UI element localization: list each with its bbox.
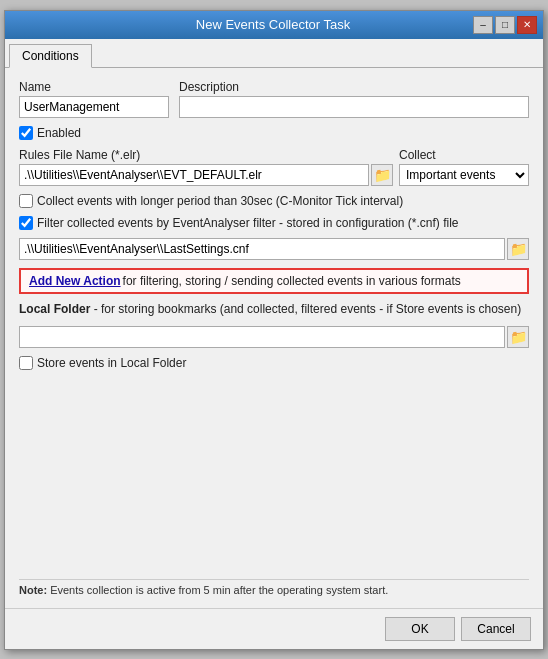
description-label: Description bbox=[179, 80, 529, 94]
window-controls: – □ ✕ bbox=[473, 16, 537, 34]
collect-label: Collect bbox=[399, 148, 529, 162]
enabled-label: Enabled bbox=[37, 126, 81, 140]
store-events-row: Store events in Local Folder bbox=[19, 356, 529, 370]
longer-period-checkbox[interactable] bbox=[19, 194, 33, 208]
longer-period-row: Collect events with longer period than 3… bbox=[19, 194, 529, 208]
filter-checkbox[interactable] bbox=[19, 216, 33, 230]
tab-conditions[interactable]: Conditions bbox=[9, 44, 92, 68]
local-folder-input[interactable] bbox=[19, 326, 505, 348]
tab-bar: Conditions bbox=[5, 39, 543, 68]
local-folder-browse-button[interactable]: 📁 bbox=[507, 326, 529, 348]
store-events-label: Store events in Local Folder bbox=[37, 356, 186, 370]
folder-icon: 📁 bbox=[374, 167, 391, 183]
store-events-checkbox[interactable] bbox=[19, 356, 33, 370]
bottom-note: Note: Events collection is active from 5… bbox=[19, 579, 529, 596]
rules-file-group: Rules File Name (*.elr) 📁 bbox=[19, 148, 393, 186]
collect-group: Collect Important events All events Crit… bbox=[399, 148, 529, 186]
collect-select[interactable]: Important events All events Critical eve… bbox=[399, 164, 529, 186]
local-folder-label-row: Local Folder - for storing bookmarks (an… bbox=[19, 302, 529, 316]
spacer bbox=[19, 378, 529, 571]
cancel-button[interactable]: Cancel bbox=[461, 617, 531, 641]
filter-label: Filter collected events by EventAnalyser… bbox=[37, 216, 459, 230]
title-bar: New Events Collector Task – □ ✕ bbox=[5, 11, 543, 39]
filter-checkbox-row: Filter collected events by EventAnalyser… bbox=[19, 216, 529, 230]
maximize-button[interactable]: □ bbox=[495, 16, 515, 34]
rules-file-label: Rules File Name (*.elr) bbox=[19, 148, 393, 162]
local-folder-suffix: - for storing bookmarks (and collected, … bbox=[90, 302, 521, 316]
filter-file-input[interactable] bbox=[19, 238, 505, 260]
form-content: Name Description Enabled Rules File Name… bbox=[5, 68, 543, 608]
rules-file-browse-button[interactable]: 📁 bbox=[371, 164, 393, 186]
minimize-button[interactable]: – bbox=[473, 16, 493, 34]
add-new-action-suffix: for filtering, storing / sending collect… bbox=[123, 274, 461, 288]
rules-collect-row: Rules File Name (*.elr) 📁 Collect Import… bbox=[19, 148, 529, 186]
rules-file-input[interactable] bbox=[19, 164, 369, 186]
ok-button[interactable]: OK bbox=[385, 617, 455, 641]
note-bold: Note: bbox=[19, 584, 47, 596]
filter-file-browse-button[interactable]: 📁 bbox=[507, 238, 529, 260]
note-text: Events collection is active from 5 min a… bbox=[47, 584, 388, 596]
add-new-action-row[interactable]: Add New Action for filtering, storing / … bbox=[19, 268, 529, 294]
enabled-checkbox[interactable] bbox=[19, 126, 33, 140]
add-new-action-link[interactable]: Add New Action bbox=[29, 274, 121, 288]
main-window: New Events Collector Task – □ ✕ Conditio… bbox=[4, 10, 544, 650]
longer-period-label: Collect events with longer period than 3… bbox=[37, 194, 403, 208]
filter-file-row: 📁 bbox=[19, 238, 529, 260]
local-folder-browse-icon: 📁 bbox=[510, 329, 527, 345]
local-folder-input-row: 📁 bbox=[19, 326, 529, 348]
name-input[interactable] bbox=[19, 96, 169, 118]
close-button[interactable]: ✕ bbox=[517, 16, 537, 34]
name-label: Name bbox=[19, 80, 169, 94]
rules-file-input-row: 📁 bbox=[19, 164, 393, 186]
description-group: Description bbox=[179, 80, 529, 118]
window-title: New Events Collector Task bbox=[73, 17, 473, 32]
name-desc-row: Name Description bbox=[19, 80, 529, 118]
enabled-row: Enabled bbox=[19, 126, 529, 140]
name-group: Name bbox=[19, 80, 169, 118]
footer: OK Cancel bbox=[5, 608, 543, 649]
local-folder-bold: Local Folder bbox=[19, 302, 90, 316]
folder-browse-icon: 📁 bbox=[510, 241, 527, 257]
description-input[interactable] bbox=[179, 96, 529, 118]
